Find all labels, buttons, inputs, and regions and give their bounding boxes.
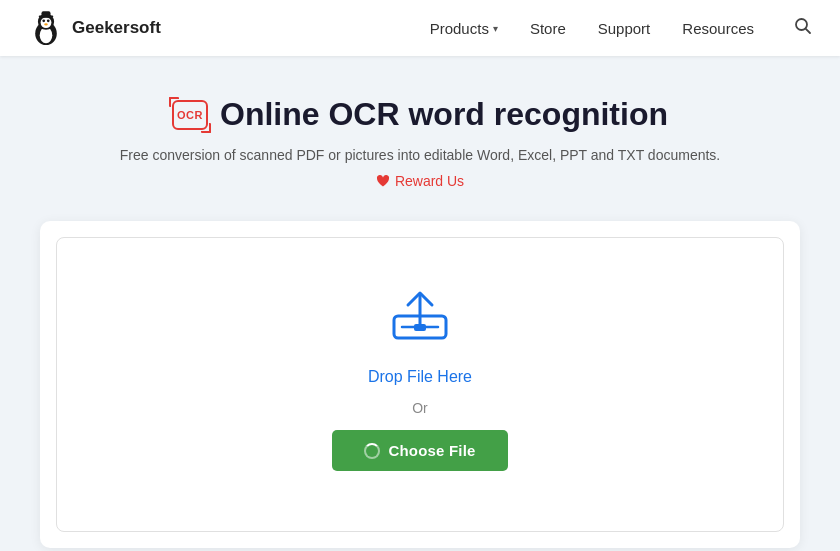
svg-point-6 xyxy=(44,23,48,25)
upload-icon xyxy=(388,288,452,350)
main-content: OCR Online OCR word recognition Free con… xyxy=(0,56,840,551)
search-icon[interactable] xyxy=(794,17,812,40)
logo-icon xyxy=(28,10,64,46)
page-title: Online OCR word recognition xyxy=(220,96,668,133)
nav-products[interactable]: Products ▾ xyxy=(430,20,498,37)
svg-point-3 xyxy=(41,17,52,28)
upload-dropzone[interactable]: Drop File Here Or Choose File xyxy=(56,237,784,532)
reward-icon xyxy=(376,174,390,188)
reward-link[interactable]: Reward Us xyxy=(376,173,464,189)
svg-line-10 xyxy=(806,28,810,32)
logo[interactable]: Geekersoft xyxy=(28,10,161,46)
subtitle: Free conversion of scanned PDF or pictur… xyxy=(120,147,720,163)
svg-rect-8 xyxy=(42,11,51,16)
nav-support[interactable]: Support xyxy=(598,20,651,37)
logo-label: Geekersoft xyxy=(72,18,161,38)
choose-file-button[interactable]: Choose File xyxy=(332,430,507,471)
chevron-down-icon: ▾ xyxy=(493,23,498,34)
ocr-badge: OCR xyxy=(172,100,208,130)
svg-point-5 xyxy=(47,19,50,22)
nav-store[interactable]: Store xyxy=(530,20,566,37)
navbar: Geekersoft Products ▾ Store Support Reso… xyxy=(0,0,840,56)
spinner-icon xyxy=(364,443,380,459)
upload-card: Drop File Here Or Choose File xyxy=(40,221,800,548)
nav-resources[interactable]: Resources xyxy=(682,20,754,37)
svg-point-4 xyxy=(42,19,45,22)
drop-file-label: Drop File Here xyxy=(368,368,472,386)
svg-rect-15 xyxy=(414,324,426,331)
nav-links: Products ▾ Store Support Resources xyxy=(430,17,812,40)
or-divider: Or xyxy=(412,400,428,416)
title-row: OCR Online OCR word recognition xyxy=(172,96,668,133)
